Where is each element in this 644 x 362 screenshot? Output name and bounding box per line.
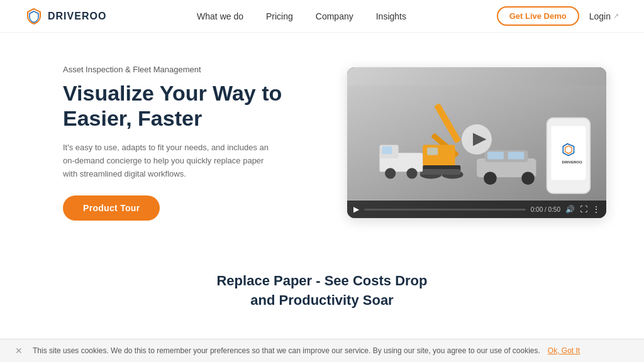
progress-bar[interactable] bbox=[364, 209, 526, 211]
play-button[interactable]: ▶ bbox=[353, 205, 359, 214]
fullscreen-button[interactable]: ⛶ bbox=[580, 205, 587, 214]
volume-button[interactable]: 🔊 bbox=[565, 205, 575, 214]
svg-rect-18 bbox=[508, 152, 525, 160]
svg-point-20 bbox=[521, 172, 535, 185]
hero-description: It's easy to use, adapts to fit your nee… bbox=[63, 141, 277, 180]
logo-icon bbox=[25, 8, 43, 25]
video-controls: ▶ 0:00 / 0:50 🔊 ⛶ ⋮ bbox=[347, 200, 606, 218]
nav-what-we-do[interactable]: What we do bbox=[197, 11, 243, 21]
login-link[interactable]: Login ↗ bbox=[589, 11, 619, 21]
replace-paper-section: Replace Paper - See Costs Drop and Produ… bbox=[0, 246, 644, 323]
hero-video: DRIVEROO ▶ 0:00 / 0:50 🔊 ⛶ ⋮ bbox=[347, 67, 606, 218]
nav-links: What we do Pricing Company Insights bbox=[197, 11, 406, 21]
nav-pricing[interactable]: Pricing bbox=[266, 11, 293, 21]
svg-rect-5 bbox=[427, 148, 438, 155]
cookie-bar: ✕ This site uses cookies. We do this to … bbox=[0, 339, 644, 362]
svg-point-14 bbox=[406, 168, 417, 178]
more-button[interactable]: ⋮ bbox=[592, 205, 600, 214]
cookie-close-button[interactable]: ✕ bbox=[13, 346, 25, 356]
cookie-text: This site uses cookies. We do this to re… bbox=[33, 346, 540, 355]
svg-rect-22 bbox=[551, 126, 586, 180]
get-live-demo-button[interactable]: Get Live Demo bbox=[497, 6, 579, 26]
hero-title: Visualize Your Way to Easier, Faster bbox=[63, 80, 322, 132]
video-ctrl-right: 🔊 ⛶ ⋮ bbox=[565, 205, 600, 214]
nav-right: Get Live Demo Login ↗ bbox=[497, 6, 619, 26]
hero-text: Asset Inspection & Fleet Management Visu… bbox=[63, 65, 322, 221]
nav-company[interactable]: Company bbox=[316, 11, 353, 21]
svg-rect-9 bbox=[420, 169, 460, 175]
video-thumbnail: DRIVEROO bbox=[347, 67, 606, 218]
brand-name: DRIVEROO bbox=[48, 11, 106, 22]
video-player[interactable]: DRIVEROO ▶ 0:00 / 0:50 🔊 ⛶ ⋮ bbox=[347, 67, 606, 218]
product-tour-button[interactable]: Product Tour bbox=[63, 195, 160, 221]
video-scene-svg: DRIVEROO bbox=[347, 67, 606, 218]
hero-subtitle: Asset Inspection & Fleet Management bbox=[63, 65, 322, 74]
svg-point-13 bbox=[385, 168, 396, 178]
svg-rect-12 bbox=[382, 146, 392, 154]
video-time: 0:00 / 0:50 bbox=[531, 206, 560, 213]
navbar: DRIVEROO What we do Pricing Company Insi… bbox=[0, 0, 644, 33]
section-heading: Replace Paper - See Costs Drop and Produ… bbox=[25, 272, 619, 310]
nav-insights[interactable]: Insights bbox=[376, 11, 406, 21]
external-link-icon: ↗ bbox=[613, 12, 619, 20]
cookie-accept-link[interactable]: Ok, Got It bbox=[548, 346, 580, 355]
logo[interactable]: DRIVEROO bbox=[25, 8, 106, 25]
hero-section: Asset Inspection & Fleet Management Visu… bbox=[0, 33, 644, 246]
svg-point-19 bbox=[484, 172, 497, 185]
svg-text:DRIVEROO: DRIVEROO bbox=[562, 160, 582, 164]
svg-rect-17 bbox=[487, 152, 504, 160]
